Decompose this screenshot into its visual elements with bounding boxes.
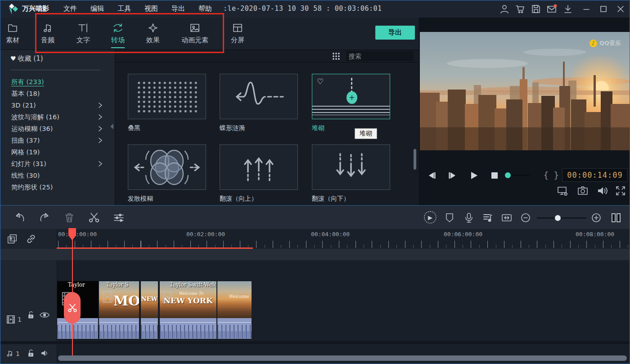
snapshot-camera-icon[interactable]	[577, 185, 589, 197]
sidebar-item-ripple-dissolve[interactable]: 波纹与溶解 (16)	[0, 111, 115, 123]
split-scissors-icon[interactable]	[88, 212, 100, 224]
sidebar-item-warp[interactable]: 扭曲 (37)	[0, 135, 115, 146]
dual-view-icon[interactable]	[610, 212, 622, 224]
timeline-tracks: 1 1 Taylor	[0, 249, 630, 364]
ruler-label: 00:00:00:00	[58, 231, 97, 238]
sidebar-item-all[interactable]: 所有 (233)	[0, 76, 115, 88]
close-button[interactable]	[615, 4, 626, 14]
ruler-label: 00:04:00:00	[311, 231, 350, 238]
next-frame-button[interactable]	[446, 169, 459, 182]
clip-2[interactable]: Taylor S MOR	[99, 281, 140, 339]
timeline-zoom-slider[interactable]	[537, 217, 586, 219]
marker-icon[interactable]	[444, 212, 455, 224]
app-logo-icon	[7, 3, 18, 15]
mute-speaker-icon[interactable]	[40, 349, 49, 358]
account-icon[interactable]	[499, 4, 510, 14]
volume-icon[interactable]	[596, 185, 608, 197]
mail-icon[interactable]	[546, 4, 557, 14]
redo-icon[interactable]	[39, 212, 50, 224]
arrows-down-icon	[312, 145, 390, 189]
sidebar-item-simple-shapes[interactable]: 简约形状 (25)	[0, 181, 115, 193]
heart-icon: ♥	[10, 55, 16, 62]
ruler-ticks	[58, 241, 630, 248]
dots-grid-icon	[136, 81, 198, 113]
audio-mixer-icon[interactable]	[482, 212, 494, 224]
menu-tools[interactable]: 工具	[117, 4, 131, 13]
fit-timeline-icon[interactable]	[501, 212, 513, 224]
clip-5[interactable]: Welcome	[217, 281, 252, 339]
tracks-empty-band	[0, 249, 630, 260]
transition-card-diehei[interactable]	[128, 74, 206, 119]
transition-card-radial-blur[interactable]	[128, 144, 206, 190]
lock-open-icon[interactable]	[27, 310, 36, 319]
sidebar-item-motion-blur[interactable]: 运动模糊 (36)	[0, 123, 115, 135]
link-icon[interactable]	[26, 234, 36, 244]
search-box[interactable]	[346, 51, 414, 61]
library-scrollbar[interactable]	[414, 149, 416, 170]
visibility-eye-icon[interactable]	[39, 310, 50, 319]
clip-4[interactable]: Taylor Swift-Welcome Welcome To NEW YORK	[159, 281, 217, 339]
clip-3[interactable]: NEW	[140, 281, 158, 339]
menu-view[interactable]: 视图	[144, 4, 158, 13]
clip-title-text: NEW YORK	[160, 296, 216, 305]
preview-scrubber[interactable]	[506, 175, 529, 176]
menu-help[interactable]: 帮助	[198, 4, 212, 13]
undo-icon[interactable]	[14, 212, 26, 224]
sidebar-item-grid[interactable]: 网格 (19)	[0, 146, 115, 158]
ruler-label: 00:06:00:00	[444, 231, 482, 238]
split-cursor[interactable]	[64, 292, 81, 324]
menu-file[interactable]: 文件	[63, 4, 77, 13]
transition-card-roll-up[interactable]	[220, 144, 298, 190]
timecode-display: 00:00:14:09	[562, 168, 628, 182]
menu-export[interactable]: 导出	[171, 4, 185, 13]
maximize-button[interactable]	[598, 4, 609, 14]
scrubber-handle[interactable]	[505, 172, 511, 178]
stop-button[interactable]	[488, 169, 501, 182]
sidebar-item-slideshow[interactable]: 幻灯片 (31)	[0, 158, 115, 170]
play-button[interactable]	[467, 169, 481, 182]
cart-icon[interactable]	[515, 4, 526, 14]
lock-open-icon[interactable]	[27, 349, 36, 358]
minimize-button[interactable]	[581, 4, 592, 14]
add-media-icon[interactable]	[7, 234, 18, 244]
transition-card-ripple[interactable]	[220, 74, 298, 119]
track-tools	[0, 229, 57, 249]
menu-edit[interactable]: 编辑	[90, 4, 104, 13]
fullscreen-icon[interactable]	[615, 185, 626, 197]
search-input[interactable]	[346, 53, 430, 60]
favorite-heart-icon[interactable]: ♡	[317, 77, 324, 86]
timeline-horizontal-scrollbar[interactable]	[58, 355, 627, 361]
grid-view-icon[interactable]	[332, 52, 340, 60]
mark-in-icon[interactable]: {	[543, 170, 549, 180]
category-list: 所有 (233) 基本 (18) 3D (21) 波纹与溶解 (16) 运动模糊…	[0, 76, 115, 193]
sidebar-item-basic[interactable]: 基本 (18)	[0, 88, 115, 99]
sidebar-item-3d[interactable]: 3D (21)	[0, 99, 115, 111]
zoom-in-icon[interactable]	[590, 212, 602, 224]
export-button[interactable]: 导出	[375, 26, 415, 40]
zoom-slider-handle[interactable]	[555, 215, 561, 221]
save-icon[interactable]	[531, 4, 541, 14]
adjust-sliders-icon[interactable]	[113, 212, 125, 224]
timeline-ruler[interactable]: 00:00:00:00 00:02:00:00 00:04:00:00 00:0…	[57, 229, 630, 249]
favorites-item[interactable]: ♥收藏 (1)	[10, 54, 43, 63]
card-label-selected: 堆砌	[312, 124, 324, 132]
delete-icon[interactable]	[63, 212, 75, 224]
video-track-icon	[6, 315, 16, 324]
render-preview-icon[interactable]: ▶	[424, 211, 436, 224]
previous-frame-button[interactable]	[425, 169, 438, 182]
download-icon[interactable]	[562, 4, 573, 14]
audio-waveform	[141, 318, 158, 339]
menu-bar: 文件 编辑 工具 视图 导出 帮助	[63, 4, 212, 13]
video-track-number: 1	[18, 316, 22, 323]
sidebar-item-linear[interactable]: 线性 (30)	[0, 170, 115, 181]
mark-out-icon[interactable]: }	[554, 170, 559, 180]
video-frame[interactable]: ♪ QQ音乐	[420, 32, 630, 150]
playback-quality-icon[interactable]	[557, 185, 568, 197]
zoom-out-icon[interactable]	[520, 212, 531, 224]
sidebar-collapse-icon[interactable]	[110, 124, 113, 129]
clip-title-text: MOR	[113, 293, 140, 309]
tooltip: 堆砌	[355, 128, 377, 139]
transition-card-stack[interactable]: ♡ +	[312, 74, 390, 119]
transition-card-roll-down[interactable]	[312, 144, 390, 190]
voiceover-mic-icon[interactable]	[463, 212, 475, 224]
